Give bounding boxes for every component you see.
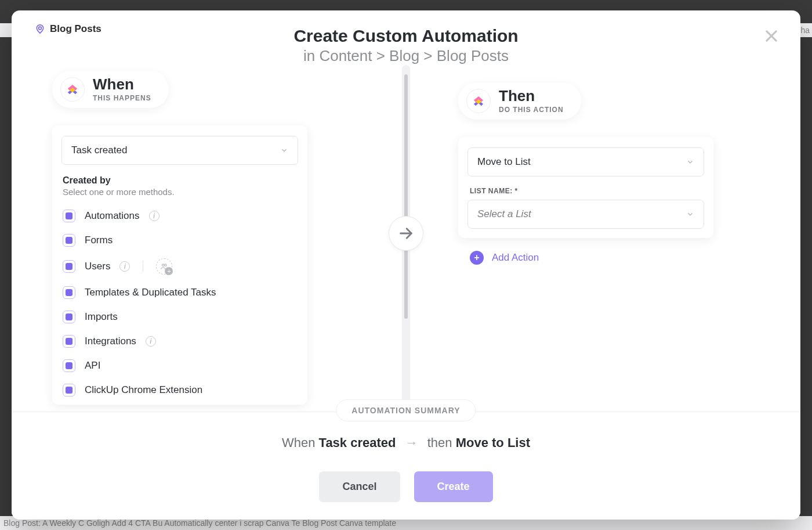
breadcrumb-label: Blog Posts xyxy=(50,23,102,35)
method-label: Imports xyxy=(85,311,118,323)
automation-modal: Blog Posts Create Custom Automation in C… xyxy=(12,10,800,520)
modal-header: Blog Posts Create Custom Automation in C… xyxy=(12,10,800,65)
method-label: Forms xyxy=(85,235,113,246)
info-icon[interactable]: i xyxy=(146,336,156,347)
svg-point-0 xyxy=(39,27,42,30)
list-select-placeholder: Select a List xyxy=(477,208,531,220)
arrow-right-icon: → xyxy=(405,435,418,450)
trigger-dropdown[interactable]: Task created xyxy=(61,136,298,165)
summary-badge: AUTOMATION SUMMARY xyxy=(336,399,476,421)
svg-point-5 xyxy=(165,264,167,266)
method-checkbox[interactable] xyxy=(63,234,75,247)
then-panel: Move to List LIST NAME: * Select a List xyxy=(458,137,713,238)
method-checkbox[interactable] xyxy=(63,384,75,396)
when-column: When THIS HAPPENS Task created Created b… xyxy=(52,71,307,405)
created-by-title: Created by xyxy=(63,175,298,186)
summary-when-value: Task created xyxy=(319,435,396,450)
divider xyxy=(143,261,143,272)
flow-arrow xyxy=(389,216,423,251)
info-icon[interactable]: i xyxy=(119,261,130,272)
method-row: Templates & Duplicated Tasks xyxy=(61,282,298,304)
add-user-icon[interactable] xyxy=(156,258,172,275)
method-checkbox[interactable] xyxy=(63,286,75,299)
create-button[interactable]: Create xyxy=(414,471,493,502)
method-row: Usersi xyxy=(61,254,298,279)
method-row: ClickUp Chrome Extension xyxy=(61,379,298,401)
cancel-button[interactable]: Cancel xyxy=(319,471,400,502)
action-dropdown[interactable]: Move to List xyxy=(467,147,704,176)
modal-body: When THIS HAPPENS Task created Created b… xyxy=(12,65,800,412)
method-label: Users xyxy=(85,261,110,272)
method-checkbox[interactable] xyxy=(63,359,75,372)
clickup-logo-icon xyxy=(60,77,85,102)
add-action-label: Add Action xyxy=(492,252,539,264)
when-title: When xyxy=(93,77,151,92)
method-label: ClickUp Chrome Extension xyxy=(85,384,202,396)
list-select-dropdown[interactable]: Select a List xyxy=(467,200,704,229)
breadcrumb[interactable]: Blog Posts xyxy=(35,23,102,35)
method-row: Imports xyxy=(61,306,298,328)
when-header-pill: When THIS HAPPENS xyxy=(52,71,169,108)
then-title: Then xyxy=(499,88,564,103)
method-row: Integrationsi xyxy=(61,330,298,352)
method-checkbox[interactable] xyxy=(63,210,75,222)
chevron-down-icon xyxy=(280,146,288,154)
summary-when-prefix: When xyxy=(282,435,315,450)
method-label: Templates & Duplicated Tasks xyxy=(85,287,216,298)
method-label: API xyxy=(85,360,100,372)
then-column: Then DO THIS ACTION Move to List LIST NA… xyxy=(458,82,713,265)
location-icon xyxy=(35,24,45,34)
method-row: Automationsi xyxy=(61,205,298,227)
add-action-button[interactable]: + Add Action xyxy=(470,251,713,265)
method-checkbox[interactable] xyxy=(63,311,75,323)
created-by-desc: Select one or more methods. xyxy=(63,187,298,197)
svg-point-4 xyxy=(162,264,165,266)
modal-subtitle: in Content > Blog > Blog Posts xyxy=(35,47,777,65)
plus-icon: + xyxy=(470,251,484,265)
clickup-logo-icon xyxy=(466,89,491,113)
summary-zone: AUTOMATION SUMMARY When Task created → t… xyxy=(12,412,800,520)
list-field-label: LIST NAME: * xyxy=(470,187,704,195)
method-label: Integrations xyxy=(85,336,136,347)
modal-title: Create Custom Automation xyxy=(35,26,777,46)
timeline-scroll-indicator[interactable] xyxy=(404,74,408,319)
then-header-pill: Then DO THIS ACTION xyxy=(458,82,581,120)
chevron-down-icon xyxy=(686,210,694,218)
summary-then-value: Move to List xyxy=(456,435,530,450)
action-selected-value: Move to List xyxy=(477,156,531,168)
info-icon[interactable]: i xyxy=(149,211,160,221)
method-checkbox[interactable] xyxy=(63,260,75,273)
trigger-selected-value: Task created xyxy=(71,145,127,156)
method-row: API xyxy=(61,355,298,377)
close-button[interactable] xyxy=(763,28,780,44)
method-row: Forms xyxy=(61,229,298,251)
summary-then-prefix: then xyxy=(427,435,452,450)
then-subtitle: DO THIS ACTION xyxy=(499,106,564,114)
chevron-down-icon xyxy=(686,158,694,166)
method-list: AutomationsiFormsUsersiTemplates & Dupli… xyxy=(61,205,298,401)
method-checkbox[interactable] xyxy=(63,335,75,348)
when-panel: Task created Created by Select one or mo… xyxy=(52,125,307,405)
method-label: Automations xyxy=(85,210,140,222)
when-subtitle: THIS HAPPENS xyxy=(93,94,151,102)
